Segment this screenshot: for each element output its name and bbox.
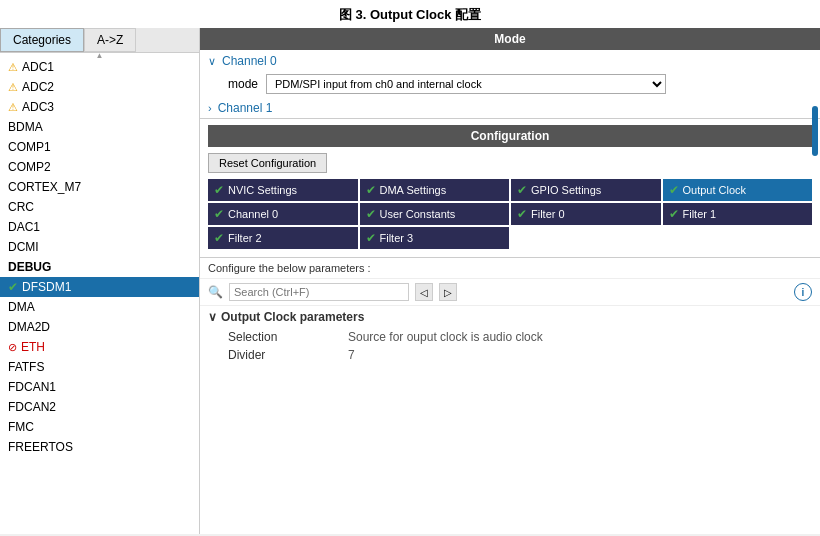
mode-header: Mode: [200, 28, 820, 50]
tab-az[interactable]: A->Z: [84, 28, 136, 52]
sidebar-item-bdma[interactable]: BDMA: [0, 117, 199, 137]
right-panel: Mode ∨ Channel 0 mode PDM/SPI input from…: [200, 28, 820, 534]
config-tab-output-clock[interactable]: ✔Output Clock: [663, 179, 813, 201]
sidebar-item-label: DMA: [8, 300, 35, 314]
search-row: 🔍 ◁ ▷ i: [200, 279, 820, 306]
mode-select[interactable]: PDM/SPI input from ch0 and internal cloc…: [266, 74, 666, 94]
sidebar-item-adc2[interactable]: ⚠ADC2: [0, 77, 199, 97]
params-group-header: ∨ Output Clock parameters: [208, 310, 812, 324]
sidebar: Categories A->Z ▲ ⚠ADC1⚠ADC2⚠ADC3BDMACOM…: [0, 28, 200, 534]
mode-section: Mode ∨ Channel 0 mode PDM/SPI input from…: [200, 28, 820, 119]
reset-config-button[interactable]: Reset Configuration: [208, 153, 327, 173]
warning-icon: ⚠: [8, 81, 18, 94]
channel0-row[interactable]: ∨ Channel 0: [200, 50, 820, 72]
config-tab-nvic-settings[interactable]: ✔NVIC Settings: [208, 179, 358, 201]
config-header: Configuration: [208, 125, 812, 147]
sidebar-item-fdcan1[interactable]: FDCAN1: [0, 377, 199, 397]
search-input[interactable]: [229, 283, 409, 301]
tab-label: User Constants: [380, 208, 456, 220]
sidebar-item-crc[interactable]: CRC: [0, 197, 199, 217]
config-tab-filter-0[interactable]: ✔Filter 0: [511, 203, 661, 225]
config-tab-filter-2[interactable]: ✔Filter 2: [208, 227, 358, 249]
tab-check-icon: ✔: [366, 207, 376, 221]
scrollbar-thumb[interactable]: [812, 106, 818, 156]
params-expand-icon[interactable]: ∨: [208, 310, 217, 324]
config-tab-gpio-settings[interactable]: ✔GPIO Settings: [511, 179, 661, 201]
tab-label: Output Clock: [683, 184, 747, 196]
mode-text-label: mode: [228, 77, 258, 91]
tab-check-icon: ✔: [517, 207, 527, 221]
sidebar-item-label: FREERTOS: [8, 440, 73, 454]
sidebar-item-comp1[interactable]: COMP1: [0, 137, 199, 157]
param-name: Selection: [228, 330, 348, 344]
channel0-label: Channel 0: [222, 54, 277, 68]
sidebar-item-dma[interactable]: DMA: [0, 297, 199, 317]
config-tab-filter-1[interactable]: ✔Filter 1: [663, 203, 813, 225]
sidebar-item-dac1[interactable]: DAC1: [0, 217, 199, 237]
sidebar-item-label: FDCAN2: [8, 400, 56, 414]
mode-value-row: mode PDM/SPI input from ch0 and internal…: [200, 72, 820, 98]
output-clock-params: ∨ Output Clock parameters SelectionSourc…: [200, 306, 820, 368]
config-tab-filter-3[interactable]: ✔Filter 3: [360, 227, 510, 249]
sidebar-item-label: DCMI: [8, 240, 39, 254]
tab-label: Filter 0: [531, 208, 565, 220]
config-tab-user-constants[interactable]: ✔User Constants: [360, 203, 510, 225]
sidebar-item-fatfs[interactable]: FATFS: [0, 357, 199, 377]
channel1-expand-icon[interactable]: ›: [208, 102, 212, 114]
config-tabs: ✔NVIC Settings✔DMA Settings✔GPIO Setting…: [208, 179, 812, 249]
sidebar-item-label: CORTEX_M7: [8, 180, 81, 194]
tab-label: NVIC Settings: [228, 184, 297, 196]
tab-check-icon: ✔: [366, 183, 376, 197]
sidebar-item-fdcan2[interactable]: FDCAN2: [0, 397, 199, 417]
sidebar-item-cortex_m7[interactable]: CORTEX_M7: [0, 177, 199, 197]
tab-check-icon: ✔: [517, 183, 527, 197]
sidebar-item-label: ADC3: [22, 100, 54, 114]
params-section: Configure the below parameters : 🔍 ◁ ▷ i…: [200, 257, 820, 534]
param-value: Source for ouput clock is audio clock: [348, 330, 543, 344]
tab-check-icon: ✔: [214, 183, 224, 197]
config-tab-dma-settings[interactable]: ✔DMA Settings: [360, 179, 510, 201]
sidebar-item-eth[interactable]: ⊘ETH: [0, 337, 199, 357]
param-row-divider: Divider7: [208, 346, 812, 364]
sidebar-item-debug[interactable]: DEBUG: [0, 257, 199, 277]
config-tab-channel-0[interactable]: ✔Channel 0: [208, 203, 358, 225]
sidebar-tabs: Categories A->Z: [0, 28, 199, 53]
configure-label: Configure the below parameters :: [200, 258, 820, 279]
sidebar-item-fmc[interactable]: FMC: [0, 417, 199, 437]
sidebar-item-adc1[interactable]: ⚠ADC1: [0, 57, 199, 77]
tab-check-icon: ✔: [669, 183, 679, 197]
check-icon: ✔: [8, 280, 18, 294]
sidebar-item-label: DFSDM1: [22, 280, 71, 294]
channel1-row[interactable]: › Channel 1: [200, 98, 820, 118]
sidebar-item-dcmi[interactable]: DCMI: [0, 237, 199, 257]
info-button[interactable]: i: [794, 283, 812, 301]
tab-check-icon: ✔: [366, 231, 376, 245]
config-section: Configuration Reset Configuration ✔NVIC …: [200, 119, 820, 257]
tab-label: Channel 0: [228, 208, 278, 220]
page-title: 图 3. Output Clock 配置: [0, 0, 820, 28]
sidebar-item-comp2[interactable]: COMP2: [0, 157, 199, 177]
nav-next-button[interactable]: ▷: [439, 283, 457, 301]
param-name: Divider: [228, 348, 348, 362]
param-row-selection: SelectionSource for ouput clock is audio…: [208, 328, 812, 346]
warning-icon: ⚠: [8, 61, 18, 74]
sidebar-item-dma2d[interactable]: DMA2D: [0, 317, 199, 337]
sidebar-item-dfsdm1[interactable]: ✔DFSDM1: [0, 277, 199, 297]
sidebar-item-label: CRC: [8, 200, 34, 214]
tab-categories[interactable]: Categories: [0, 28, 84, 52]
tab-check-icon: ✔: [669, 207, 679, 221]
warning-icon: ⚠: [8, 101, 18, 114]
channel1-label: Channel 1: [218, 101, 273, 115]
sidebar-item-label: DMA2D: [8, 320, 50, 334]
sidebar-item-label: FDCAN1: [8, 380, 56, 394]
sidebar-item-freertos[interactable]: FREERTOS: [0, 437, 199, 457]
param-value: 7: [348, 348, 355, 362]
param-rows: SelectionSource for ouput clock is audio…: [208, 328, 812, 364]
sidebar-item-label: ADC1: [22, 60, 54, 74]
tab-check-icon: ✔: [214, 231, 224, 245]
sidebar-item-adc3[interactable]: ⚠ADC3: [0, 97, 199, 117]
sidebar-list: ⚠ADC1⚠ADC2⚠ADC3BDMACOMP1COMP2CORTEX_M7CR…: [0, 57, 199, 534]
tab-label: Filter 1: [683, 208, 717, 220]
nav-prev-button[interactable]: ◁: [415, 283, 433, 301]
channel0-expand-icon[interactable]: ∨: [208, 55, 216, 68]
